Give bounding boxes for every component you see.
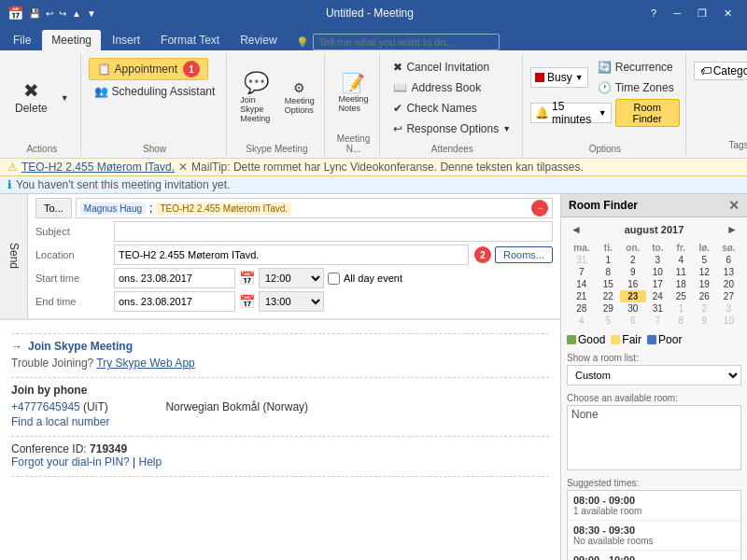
undo-icon[interactable]: ↩ [46,8,53,19]
tab-insert[interactable]: Insert [103,30,149,50]
suggested-time-item[interactable]: 09:00 - 10:00No available rooms [568,551,740,560]
cal-day-cell[interactable]: 22 [597,290,620,302]
suggested-time-item[interactable]: 08:00 - 09:001 available room [568,491,740,521]
reminder-dropdown[interactable]: 🔔 15 minutes ▼ [530,103,612,123]
suggested-time-item[interactable]: 08:30 - 09:30No available rooms [568,521,740,551]
location-input[interactable] [114,245,469,265]
address-book-btn[interactable]: 📖 Address Book [388,78,486,97]
cal-day-cell[interactable]: 21 [567,290,597,302]
end-calendar-icon[interactable]: 📅 [239,294,255,309]
cal-day-cell[interactable]: 1 [597,254,620,266]
recurrence-btn[interactable]: 🔄 Recurrence [592,58,680,77]
subject-input[interactable] [114,221,553,242]
tab-review[interactable]: Review [231,30,286,50]
cal-day-cell[interactable]: 26 [693,290,716,302]
tab-format-text[interactable]: Format Text [151,30,229,50]
to-field[interactable]: Magnus Haug ; TEO-H2 2.455 Møterom ITavd… [76,198,553,218]
start-time-select[interactable]: 12:00 [259,268,324,288]
cal-day-cell[interactable]: 6 [620,315,646,327]
busy-dropdown[interactable]: Busy ▼ [530,67,588,88]
cal-day-cell[interactable]: 3 [646,254,669,266]
room-finder-close[interactable]: ✕ [728,198,740,213]
cal-next-btn[interactable]: ► [723,221,741,238]
join-skype-btn[interactable]: 💬 Join Skype Meeting [234,69,278,127]
cal-day-cell[interactable]: 18 [669,278,693,290]
cal-day-cell[interactable]: 5 [693,254,716,266]
end-date-input[interactable] [114,291,235,312]
scheduling-btn[interactable]: 👥 Scheduling Assistant [89,82,221,101]
time-zones-btn[interactable]: 🕐 Time Zones [592,78,680,97]
cal-day-cell[interactable]: 27 [716,290,741,302]
cal-day-cell[interactable]: 7 [567,266,597,278]
cal-day-cell[interactable]: 20 [716,278,741,290]
cal-day-cell[interactable]: 14 [567,278,597,290]
cross-icon[interactable]: ✕ [178,161,188,174]
cal-day-cell[interactable]: 10 [716,315,741,327]
rooms-button[interactable]: Rooms... [495,246,553,263]
cal-day-cell[interactable]: 13 [716,266,741,278]
search-input[interactable] [313,34,500,50]
cal-day-cell[interactable]: 5 [597,315,620,327]
cal-day-cell[interactable]: 25 [669,290,693,302]
end-time-select[interactable]: 13:00 [259,291,324,312]
cal-day-cell[interactable]: 31 [646,302,669,315]
start-date-input[interactable] [114,268,235,288]
cal-day-cell[interactable]: 2 [693,302,716,315]
help-button[interactable]: ? [643,6,664,21]
room-list-select[interactable]: Custom [567,365,741,385]
cal-day-cell[interactable]: 24 [646,290,669,302]
categorize-btn[interactable]: 🏷 Categorize ▼ [694,62,747,80]
cal-day-cell[interactable]: 12 [693,266,716,278]
up-icon[interactable]: ▲ [72,8,81,19]
tab-meeting[interactable]: Meeting [42,30,101,50]
tab-file[interactable]: File [4,30,40,50]
phone-link[interactable]: +4777645945 [11,400,83,413]
cal-day-cell[interactable]: 8 [597,266,620,278]
room-avail-list[interactable]: None [567,405,741,470]
check-names-btn[interactable]: ✔ Check Names [388,99,482,118]
forgot-pin-link[interactable]: Forgot your dial-in PIN? [11,455,133,469]
cal-day-cell[interactable]: 23 [620,290,646,302]
cal-day-cell[interactable]: 6 [716,254,741,266]
to-button[interactable]: To... [35,198,72,218]
response-options-btn[interactable]: ↩ Response Options ▼ [388,119,516,138]
cal-day-cell[interactable]: 10 [646,266,669,278]
send-button[interactable]: Send [0,194,28,318]
cal-day-cell[interactable]: 2 [620,254,646,266]
cal-day-cell[interactable]: 3 [716,302,741,315]
cal-day-cell[interactable]: 19 [693,278,716,290]
cal-day-cell[interactable]: 28 [567,302,597,315]
appointment-btn[interactable]: 📋 Appointment 1 [89,58,208,80]
save-icon[interactable]: 💾 [29,8,40,19]
cal-day-cell[interactable]: 4 [669,254,693,266]
find-local-link[interactable]: Find a local number [11,415,109,428]
cal-day-cell[interactable]: 31 [567,254,597,266]
cal-day-cell[interactable]: 29 [597,302,620,315]
cal-day-cell[interactable]: 4 [567,315,597,327]
minimize-button[interactable]: ─ [666,6,688,21]
cal-day-cell[interactable]: 7 [646,315,669,327]
location-ref[interactable]: TEO-H2 2.455 Møterom ITavd. [21,161,175,174]
cal-day-cell[interactable]: 11 [669,266,693,278]
help-link[interactable]: Help [139,455,162,469]
cal-day-cell[interactable]: 9 [620,266,646,278]
skype-join-link[interactable]: → Join Skype Meeting [11,340,549,353]
cal-day-cell[interactable]: 16 [620,278,646,290]
meeting-notes-btn[interactable]: 📝 Meeting Notes [332,70,374,117]
move-down-btn[interactable]: ▼ [55,91,75,105]
try-web-link[interactable]: Try Skype Web App [96,357,194,370]
cal-day-cell[interactable]: 1 [669,302,693,315]
cal-day-cell[interactable]: 30 [620,302,646,315]
redo-icon[interactable]: ↪ [59,8,66,19]
cal-day-cell[interactable]: 17 [646,278,669,290]
meeting-options-btn[interactable]: ⚙ Meeting Options [280,77,318,119]
start-calendar-icon[interactable]: 📅 [239,271,255,286]
delete-button[interactable]: ✖ Delete [9,77,53,119]
customize-icon[interactable]: ▼ [87,8,96,19]
cal-prev-btn[interactable]: ◄ [567,221,585,238]
cal-day-cell[interactable]: 8 [669,315,693,327]
cal-day-cell[interactable]: 9 [693,315,716,327]
close-button[interactable]: ✕ [716,6,740,21]
all-day-checkbox[interactable] [328,273,340,285]
cancel-invitation-btn[interactable]: ✖ Cancel Invitation [388,58,495,77]
